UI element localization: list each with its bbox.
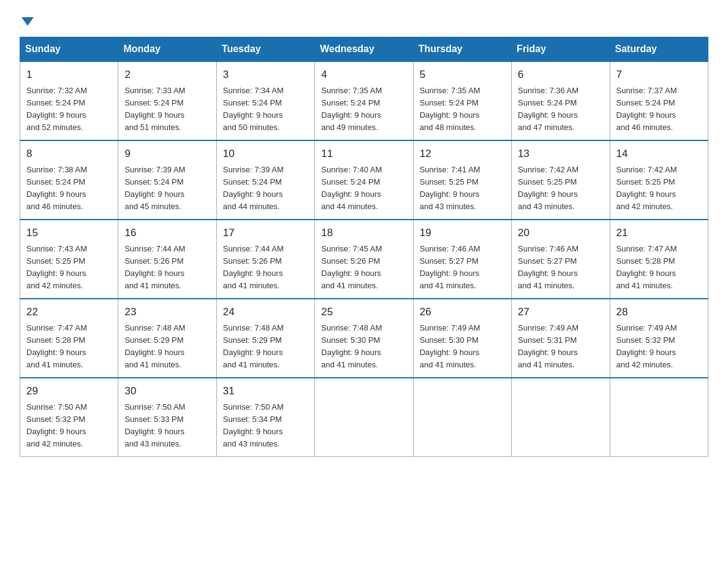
day-number: 29 — [26, 383, 112, 399]
weekday-header-tuesday: Tuesday — [216, 37, 314, 62]
calendar-day-1: 1Sunrise: 7:32 AMSunset: 5:24 PMDaylight… — [20, 61, 118, 140]
calendar-week-1: 1Sunrise: 7:32 AMSunset: 5:24 PMDaylight… — [20, 61, 708, 140]
day-info: Sunrise: 7:50 AMSunset: 5:33 PMDaylight:… — [124, 401, 210, 451]
day-number: 16 — [124, 225, 210, 241]
day-info: Sunrise: 7:42 AMSunset: 5:25 PMDaylight:… — [616, 164, 702, 213]
weekday-header-saturday: Saturday — [610, 37, 708, 62]
weekday-header-friday: Friday — [512, 37, 610, 62]
day-number: 24 — [223, 304, 308, 320]
day-number: 19 — [420, 225, 505, 241]
calendar-day-16: 16Sunrise: 7:44 AMSunset: 5:26 PMDayligh… — [118, 220, 216, 299]
calendar-week-2: 8Sunrise: 7:38 AMSunset: 5:24 PMDaylight… — [20, 140, 708, 220]
day-info: Sunrise: 7:48 AMSunset: 5:29 PMDaylight:… — [124, 322, 210, 372]
day-info: Sunrise: 7:45 AMSunset: 5:26 PMDaylight:… — [321, 243, 406, 293]
calendar-day-6: 6Sunrise: 7:36 AMSunset: 5:24 PMDaylight… — [512, 61, 610, 140]
day-number: 2 — [124, 67, 210, 83]
day-info: Sunrise: 7:44 AMSunset: 5:26 PMDaylight:… — [124, 243, 210, 293]
day-number: 12 — [420, 146, 505, 162]
weekday-header-sunday: Sunday — [20, 37, 118, 62]
calendar-empty — [315, 378, 413, 457]
day-info: Sunrise: 7:47 AMSunset: 5:28 PMDaylight:… — [26, 322, 112, 372]
day-number: 26 — [420, 304, 505, 320]
day-info: Sunrise: 7:49 AMSunset: 5:32 PMDaylight:… — [616, 322, 702, 372]
calendar-day-17: 17Sunrise: 7:44 AMSunset: 5:26 PMDayligh… — [216, 220, 314, 299]
day-number: 10 — [223, 146, 308, 162]
calendar-day-5: 5Sunrise: 7:35 AMSunset: 5:24 PMDaylight… — [413, 61, 511, 140]
day-number: 21 — [616, 225, 702, 241]
day-number: 31 — [223, 383, 308, 399]
day-info: Sunrise: 7:39 AMSunset: 5:24 PMDaylight:… — [223, 164, 308, 213]
day-number: 22 — [26, 304, 112, 320]
calendar-day-4: 4Sunrise: 7:35 AMSunset: 5:24 PMDaylight… — [315, 61, 413, 140]
day-info: Sunrise: 7:49 AMSunset: 5:30 PMDaylight:… — [420, 322, 505, 372]
day-number: 7 — [616, 67, 702, 83]
day-number: 8 — [26, 146, 112, 162]
calendar-empty — [512, 378, 610, 457]
calendar-day-15: 15Sunrise: 7:43 AMSunset: 5:25 PMDayligh… — [20, 220, 118, 299]
calendar-table: SundayMondayTuesdayWednesdayThursdayFrid… — [20, 37, 708, 457]
calendar-day-28: 28Sunrise: 7:49 AMSunset: 5:32 PMDayligh… — [610, 299, 708, 378]
day-info: Sunrise: 7:48 AMSunset: 5:30 PMDaylight:… — [321, 322, 406, 372]
calendar-day-13: 13Sunrise: 7:42 AMSunset: 5:25 PMDayligh… — [512, 140, 610, 220]
day-number: 11 — [321, 146, 406, 162]
calendar-day-10: 10Sunrise: 7:39 AMSunset: 5:24 PMDayligh… — [216, 140, 314, 220]
day-info: Sunrise: 7:35 AMSunset: 5:24 PMDaylight:… — [321, 85, 406, 134]
day-number: 28 — [616, 304, 702, 320]
calendar-day-26: 26Sunrise: 7:49 AMSunset: 5:30 PMDayligh… — [413, 299, 511, 378]
calendar-day-24: 24Sunrise: 7:48 AMSunset: 5:29 PMDayligh… — [216, 299, 314, 378]
day-info: Sunrise: 7:36 AMSunset: 5:24 PMDaylight:… — [518, 85, 603, 134]
day-number: 3 — [223, 67, 308, 83]
day-info: Sunrise: 7:50 AMSunset: 5:34 PMDaylight:… — [223, 401, 308, 451]
day-info: Sunrise: 7:50 AMSunset: 5:32 PMDaylight:… — [26, 401, 112, 451]
calendar-day-12: 12Sunrise: 7:41 AMSunset: 5:25 PMDayligh… — [413, 140, 511, 220]
day-info: Sunrise: 7:32 AMSunset: 5:24 PMDaylight:… — [26, 85, 112, 134]
calendar-day-23: 23Sunrise: 7:48 AMSunset: 5:29 PMDayligh… — [118, 299, 216, 378]
day-number: 14 — [616, 146, 702, 162]
calendar-day-8: 8Sunrise: 7:38 AMSunset: 5:24 PMDaylight… — [20, 140, 118, 220]
day-number: 30 — [124, 383, 210, 399]
day-info: Sunrise: 7:47 AMSunset: 5:28 PMDaylight:… — [616, 243, 702, 293]
logo-arrow-icon — [21, 17, 34, 26]
calendar-day-21: 21Sunrise: 7:47 AMSunset: 5:28 PMDayligh… — [610, 220, 708, 299]
day-number: 20 — [518, 225, 603, 241]
day-number: 27 — [518, 304, 603, 320]
day-number: 6 — [518, 67, 603, 83]
day-number: 23 — [124, 304, 210, 320]
day-info: Sunrise: 7:48 AMSunset: 5:29 PMDaylight:… — [223, 322, 308, 372]
day-number: 17 — [223, 225, 308, 241]
day-info: Sunrise: 7:35 AMSunset: 5:24 PMDaylight:… — [420, 85, 505, 134]
weekday-header-monday: Monday — [118, 37, 216, 62]
day-info: Sunrise: 7:46 AMSunset: 5:27 PMDaylight:… — [518, 243, 603, 293]
day-info: Sunrise: 7:39 AMSunset: 5:24 PMDaylight:… — [124, 164, 210, 213]
day-number: 25 — [321, 304, 406, 320]
calendar-day-11: 11Sunrise: 7:40 AMSunset: 5:24 PMDayligh… — [315, 140, 413, 220]
day-number: 13 — [518, 146, 603, 162]
day-number: 4 — [321, 67, 406, 83]
calendar-day-20: 20Sunrise: 7:46 AMSunset: 5:27 PMDayligh… — [512, 220, 610, 299]
calendar-day-9: 9Sunrise: 7:39 AMSunset: 5:24 PMDaylight… — [118, 140, 216, 220]
day-info: Sunrise: 7:46 AMSunset: 5:27 PMDaylight:… — [420, 243, 505, 293]
day-info: Sunrise: 7:33 AMSunset: 5:24 PMDaylight:… — [124, 85, 210, 134]
calendar-week-4: 22Sunrise: 7:47 AMSunset: 5:28 PMDayligh… — [20, 299, 708, 378]
calendar-day-29: 29Sunrise: 7:50 AMSunset: 5:32 PMDayligh… — [20, 378, 118, 457]
day-info: Sunrise: 7:49 AMSunset: 5:31 PMDaylight:… — [518, 322, 603, 372]
calendar-day-14: 14Sunrise: 7:42 AMSunset: 5:25 PMDayligh… — [610, 140, 708, 220]
day-info: Sunrise: 7:38 AMSunset: 5:24 PMDaylight:… — [26, 164, 112, 213]
calendar-week-3: 15Sunrise: 7:43 AMSunset: 5:25 PMDayligh… — [20, 220, 708, 299]
calendar-empty — [413, 378, 511, 457]
day-info: Sunrise: 7:44 AMSunset: 5:26 PMDaylight:… — [223, 243, 308, 293]
day-info: Sunrise: 7:37 AMSunset: 5:24 PMDaylight:… — [616, 85, 702, 134]
day-number: 18 — [321, 225, 406, 241]
weekday-header-wednesday: Wednesday — [315, 37, 413, 62]
calendar-day-18: 18Sunrise: 7:45 AMSunset: 5:26 PMDayligh… — [315, 220, 413, 299]
calendar-week-5: 29Sunrise: 7:50 AMSunset: 5:32 PMDayligh… — [20, 378, 708, 457]
day-info: Sunrise: 7:41 AMSunset: 5:25 PMDaylight:… — [420, 164, 505, 213]
calendar-empty — [610, 378, 708, 457]
calendar-day-30: 30Sunrise: 7:50 AMSunset: 5:33 PMDayligh… — [118, 378, 216, 457]
day-info: Sunrise: 7:42 AMSunset: 5:25 PMDaylight:… — [518, 164, 603, 213]
calendar-day-7: 7Sunrise: 7:37 AMSunset: 5:24 PMDaylight… — [610, 61, 708, 140]
calendar-day-22: 22Sunrise: 7:47 AMSunset: 5:28 PMDayligh… — [20, 299, 118, 378]
day-info: Sunrise: 7:40 AMSunset: 5:24 PMDaylight:… — [321, 164, 406, 213]
day-info: Sunrise: 7:43 AMSunset: 5:25 PMDaylight:… — [26, 243, 112, 293]
calendar-day-3: 3Sunrise: 7:34 AMSunset: 5:24 PMDaylight… — [216, 61, 314, 140]
